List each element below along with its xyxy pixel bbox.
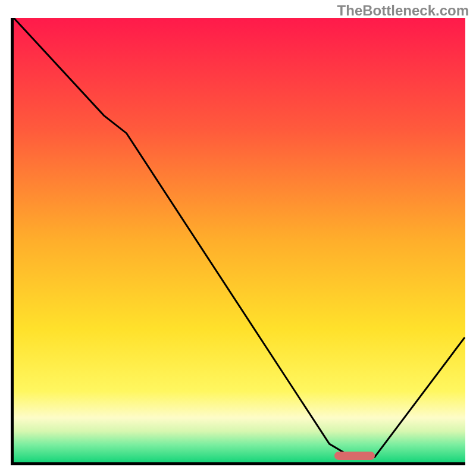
- watermark-text: TheBottleneck.com: [337, 2, 469, 19]
- plot-area: [11, 18, 465, 465]
- chart-container: TheBottleneck.com: [0, 0, 476, 476]
- curve-layer: [14, 18, 465, 462]
- optimal-range-marker: [334, 452, 375, 460]
- bottleneck-curve: [14, 18, 465, 458]
